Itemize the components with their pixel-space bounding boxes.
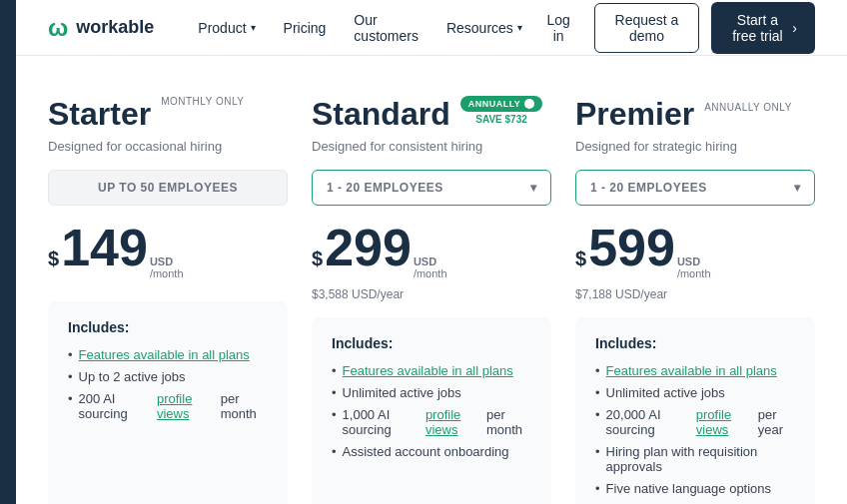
premier-badge: ANNUALLY ONLY (704, 96, 792, 113)
request-demo-button[interactable]: Request a demo (594, 3, 698, 53)
toggle-dot (524, 99, 534, 109)
features-link[interactable]: Features available in all plans (606, 363, 777, 378)
standard-title: Standard (312, 96, 450, 133)
list-item: Unlimited active jobs (595, 385, 795, 400)
list-item: Features available in all plans (332, 363, 531, 378)
starter-employee-label: UP TO 50 EMPLOYEES (98, 181, 238, 195)
premier-header: Premier ANNUALLY ONLY Designed for strat… (575, 96, 815, 154)
start-trial-button[interactable]: Start a free trial › (711, 2, 815, 54)
features-link[interactable]: Features available in all plans (343, 363, 513, 378)
premier-includes-title: Includes: (595, 335, 795, 351)
pricing-section: Starter MONTHLY ONLY Designed for occasi… (16, 56, 847, 504)
trial-label: Start a free trial (729, 12, 787, 44)
profile-views-link[interactable]: profile views (157, 391, 215, 421)
list-item: 200 AI sourcing profile views per month (68, 391, 268, 421)
login-button[interactable]: Log in (534, 4, 583, 52)
premier-dollar: $ (575, 248, 586, 270)
premier-per: /month (677, 267, 711, 279)
premier-employee-selector[interactable]: 1 - 20 EMPLOYEES ▾ (575, 170, 815, 206)
premier-includes-list: Features available in all plans Unlimite… (595, 363, 795, 504)
logo[interactable]: ω workable (48, 14, 154, 42)
starter-employee-selector: UP TO 50 EMPLOYEES (48, 170, 288, 206)
starter-header: Starter MONTHLY ONLY Designed for occasi… (48, 96, 288, 154)
starter-desc: Designed for occasional hiring (48, 139, 288, 154)
list-item: Features available in all plans (595, 363, 795, 378)
list-item: Up to 2 active jobs (68, 369, 268, 384)
premier-amount: 599 (588, 222, 675, 273)
standard-dollar: $ (312, 248, 323, 270)
list-item: 1,000 AI sourcing profile views per mont… (332, 407, 531, 437)
features-link[interactable]: Features available in all plans (79, 347, 250, 362)
list-item: Features available in all plans (68, 347, 268, 362)
starter-dollar: $ (48, 248, 59, 270)
standard-includes-title: Includes: (332, 335, 531, 351)
standard-price: $ 299 USD /month $3,588 USD/year (312, 222, 551, 301)
premier-usd: USD (677, 255, 700, 267)
standard-desc: Designed for consistent hiring (312, 139, 551, 154)
chevron-down-icon: ▾ (530, 181, 537, 195)
standard-employee-label: 1 - 20 EMPLOYEES (327, 181, 443, 195)
annually-label: ANNUALLY (468, 99, 521, 109)
nav-product-label: Product (198, 20, 246, 36)
plan-premier: Premier ANNUALLY ONLY Designed for strat… (575, 96, 815, 504)
premier-employee-label: 1 - 20 EMPLOYEES (590, 181, 707, 195)
starter-includes-list: Features available in all plans Up to 2 … (68, 347, 268, 421)
arrow-right-icon: › (792, 20, 797, 36)
plan-standard: Standard ANNUALLY SAVE $732 Designed for… (312, 96, 551, 504)
left-accent-bar (0, 0, 16, 504)
starter-price: $ 149 USD /month (48, 222, 288, 285)
list-item: Five native language options (595, 481, 795, 496)
starter-per: /month (150, 267, 184, 279)
premier-title: Premier (575, 96, 694, 133)
list-item: 20,000 AI sourcing profile views per yea… (595, 407, 795, 437)
pricing-grid: Starter MONTHLY ONLY Designed for occasi… (48, 96, 815, 504)
annually-toggle[interactable]: ANNUALLY (460, 96, 543, 112)
list-item: Hiring plan with requisition approvals (595, 444, 795, 474)
standard-badge: ANNUALLY SAVE $732 (460, 96, 543, 125)
standard-usd: USD (414, 255, 436, 267)
plan-starter: Starter MONTHLY ONLY Designed for occasi… (48, 96, 288, 504)
starter-usd: USD (150, 255, 173, 267)
save-text: SAVE $732 (475, 114, 527, 125)
standard-amount: 299 (325, 222, 412, 273)
standard-includes: Includes: Features available in all plan… (312, 317, 551, 504)
starter-badge: MONTHLY ONLY (161, 96, 244, 107)
standard-employee-selector[interactable]: 1 - 20 EMPLOYEES ▾ (312, 170, 551, 206)
nav-customers-label: Our customers (354, 12, 419, 44)
profile-views-link[interactable]: profile views (425, 407, 480, 437)
nav-actions: Log in Request a demo Start a free trial… (534, 2, 815, 54)
standard-includes-list: Features available in all plans Unlimite… (332, 363, 531, 459)
premier-price: $ 599 USD /month $7,188 USD/year (575, 222, 815, 301)
logo-text: workable (76, 17, 154, 38)
nav-pricing[interactable]: Pricing (272, 12, 339, 44)
standard-annual: $3,588 USD/year (312, 287, 551, 301)
list-item: Assisted account onboarding (332, 444, 531, 459)
chevron-down-icon: ▾ (794, 181, 801, 195)
standard-header: Standard ANNUALLY SAVE $732 Designed for… (312, 96, 551, 154)
nav-resources[interactable]: Resources ▾ (434, 12, 534, 44)
starter-title: Starter (48, 96, 151, 133)
nav-resources-label: Resources (446, 20, 513, 36)
nav-pricing-label: Pricing (284, 20, 327, 36)
logo-icon: ω (48, 14, 68, 42)
premier-desc: Designed for strategic hiring (575, 139, 815, 154)
nav-product[interactable]: Product ▾ (186, 12, 267, 44)
navigation: ω workable Product ▾ Pricing Our custome… (16, 0, 847, 56)
starter-includes: Includes: Features available in all plan… (48, 301, 288, 504)
chevron-down-icon: ▾ (251, 22, 256, 33)
nav-customers[interactable]: Our customers (342, 4, 430, 52)
starter-amount: 149 (61, 222, 148, 273)
nav-links: Product ▾ Pricing Our customers Resource… (186, 4, 534, 52)
starter-includes-title: Includes: (68, 319, 268, 335)
premier-includes: Includes: Features available in all plan… (575, 317, 815, 504)
profile-views-link[interactable]: profile views (696, 407, 752, 437)
standard-per: /month (414, 267, 447, 279)
list-item: Unlimited active jobs (332, 385, 531, 400)
chevron-down-icon: ▾ (517, 22, 522, 33)
premier-annual: $7,188 USD/year (575, 287, 815, 301)
